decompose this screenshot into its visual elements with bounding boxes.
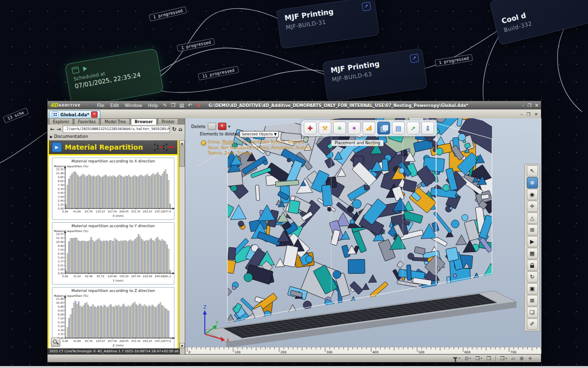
rotate-tool[interactable]: ↻ xyxy=(527,271,538,283)
open-folder-icon[interactable]: ❐ xyxy=(171,103,175,108)
external-link-icon[interactable]: ↗ xyxy=(362,2,371,11)
panel-tab-browser[interactable]: Browser xyxy=(131,118,157,125)
selection-tool-sidebar: ↖⊗◉✛△⊞▶▦↻▣⊠❏✐ xyxy=(524,164,540,331)
region-tool[interactable]: ▣ xyxy=(527,283,538,294)
svg-text:300: 300 xyxy=(326,350,332,354)
mdi-restore-button[interactable]: ❐ xyxy=(526,112,530,117)
menu-file[interactable]: File xyxy=(97,103,104,108)
zoom-button[interactable]: ⊕ xyxy=(519,356,523,361)
titlebar[interactable]: 4D ADDITIVE FileEditWindowHelp ✎❐▤↶⊠ G:\… xyxy=(48,101,541,109)
back-button[interactable]: ← xyxy=(50,127,54,132)
mdi-minimize-button[interactable]: – xyxy=(520,112,523,117)
cancel-delete-button[interactable]: ✕ xyxy=(218,123,226,130)
tab-close-button[interactable]: ✕ xyxy=(91,111,98,118)
forward-button[interactable]: → xyxy=(56,127,61,132)
scroll-thumb[interactable] xyxy=(179,146,185,167)
clip-plane-button[interactable]: ▱ xyxy=(512,356,515,361)
external-link-icon[interactable]: ↗ xyxy=(410,53,419,63)
app-logo-additive: ADDITIVE xyxy=(58,104,80,107)
delete-region-tool[interactable]: ⊠ xyxy=(527,295,538,306)
refresh-button[interactable]: ↻ xyxy=(172,127,176,132)
document-tab[interactable]: Global.4da* ✕ xyxy=(49,110,100,118)
box-select-tool-icon: ⊞ xyxy=(530,227,534,233)
minimize-button[interactable]: – xyxy=(522,103,524,108)
visibility-button[interactable]: ⊙▾ xyxy=(465,356,471,361)
multi-select-tool[interactable]: ▦ xyxy=(527,248,538,259)
play-box-tool-icon: ▶ xyxy=(530,238,534,245)
scroll-down-button[interactable]: ▼ xyxy=(179,343,185,348)
browser-page: ▶ Material Repartition Material repartit… xyxy=(48,140,179,348)
pen-icon[interactable]: ✎ xyxy=(163,103,167,108)
panel-tab-printer[interactable]: Printer xyxy=(158,118,179,125)
panel-tab-explorer[interactable]: Explorer xyxy=(49,118,73,125)
annotate-tool[interactable]: ✐ xyxy=(527,318,538,330)
left-panel: ExplorerFavoritesModel TreeBrowserPrinte… xyxy=(48,118,185,354)
point-select-tool[interactable]: ◉ xyxy=(527,189,538,200)
slicer-list-button[interactable]: ▤ xyxy=(392,122,405,134)
measure-tool-button[interactable]: ↨ xyxy=(421,122,434,134)
chart-plot: Material repartition (%)11.8810.939.989.… xyxy=(52,293,175,348)
wrench-tool-button[interactable]: ⚒ xyxy=(318,122,331,134)
svg-text:124.96: 124.96 xyxy=(108,275,117,278)
viewport-ruler: 0100200300400500600700 xyxy=(185,347,541,354)
home-button[interactable]: ⌂ xyxy=(178,127,182,132)
url-field[interactable]: .7/work/20251008132512285303664/u_halter… xyxy=(63,126,170,133)
multi-select-tool-icon: ▦ xyxy=(530,250,535,257)
shading-mode-button[interactable]: ❒▾ xyxy=(475,356,482,361)
box-select-tool[interactable]: ⊞ xyxy=(527,224,538,236)
support-star-button-icon: ✳ xyxy=(337,125,343,132)
svg-text:Z (mm): Z (mm) xyxy=(113,343,123,347)
scroll-up-button[interactable]: ▲ xyxy=(179,140,185,146)
svg-text:600: 600 xyxy=(465,350,470,354)
svg-text:293.23: 293.23 xyxy=(143,340,152,342)
repair-tool-button-icon: ✚ xyxy=(308,125,313,132)
texture-star-button[interactable]: ✴ xyxy=(348,122,361,134)
delete-options-caret[interactable]: ▼ xyxy=(228,125,231,128)
render-mode-button[interactable]: ❐ xyxy=(487,356,491,361)
panel-tab-model-tree[interactable]: Model Tree xyxy=(100,118,129,125)
cursor-select-tool[interactable]: ↖ xyxy=(527,165,538,177)
magnifier-button[interactable] xyxy=(51,338,60,347)
support-star-button[interactable]: ✳ xyxy=(333,122,346,134)
svg-text:249.92: 249.92 xyxy=(155,275,164,278)
copy-view-tool[interactable]: ❏ xyxy=(527,307,538,318)
menu-help[interactable]: Help xyxy=(148,103,158,108)
play-box-tool[interactable]: ▶ xyxy=(527,236,538,247)
menu-edit[interactable]: Edit xyxy=(110,103,119,108)
zoom-button-icon: ⊕ xyxy=(519,356,523,361)
elements-dropdown[interactable]: Selected Objects ▼ xyxy=(240,131,278,137)
svg-text:209.45: 209.45 xyxy=(120,340,129,342)
svg-text:3.35: 3.35 xyxy=(58,333,64,336)
undo-icon[interactable]: ↶ xyxy=(188,103,192,108)
restore-button[interactable]: ❐ xyxy=(527,103,531,108)
svg-text:9.98: 9.98 xyxy=(58,305,64,308)
copy-icon xyxy=(381,125,387,131)
toolbar-tooltip: Placement and Nesting xyxy=(331,140,384,146)
copy-view-tool-icon: ❏ xyxy=(530,309,535,315)
page-header-icon: ▶ xyxy=(52,142,62,152)
export-tool-button[interactable]: ➚ xyxy=(407,122,419,134)
deselect-tool[interactable]: ⊗ xyxy=(527,177,538,188)
cube-view-button[interactable]: ❒▾ xyxy=(500,356,507,361)
save-icon[interactable]: ▤ xyxy=(179,103,184,108)
move-tool[interactable]: ✛ xyxy=(527,201,538,212)
svg-text:0.00: 0.00 xyxy=(62,275,69,278)
analysis-bars-button[interactable] xyxy=(363,122,375,134)
slicer-list-button-icon: ▤ xyxy=(395,125,401,132)
panel-tab-favorites[interactable]: Favorites xyxy=(74,118,99,125)
repair-tool-button[interactable]: ✚ xyxy=(304,122,317,134)
close-button[interactable]: ✕ xyxy=(535,103,539,108)
mdi-close-button[interactable]: ✕ xyxy=(534,112,538,117)
legend-text: Group, xyxy=(208,140,222,144)
svg-text:5.24: 5.24 xyxy=(58,325,64,328)
confirm-delete-button[interactable]: ✓ xyxy=(208,123,216,130)
lock-tool[interactable] xyxy=(527,260,538,271)
menu-window[interactable]: Window xyxy=(125,103,143,108)
3d-viewport[interactable]: ZXY 0100200300400500600700 Delete ✓ ✕ ▼ … xyxy=(185,118,541,354)
svg-text:125.67: 125.67 xyxy=(96,340,105,342)
pan-button[interactable]: ✛ xyxy=(528,356,532,361)
placement-nesting-button[interactable] xyxy=(377,122,390,134)
filter-view-button[interactable]: ▾ xyxy=(453,357,460,360)
triangle-select-tool[interactable]: △ xyxy=(527,212,538,224)
svg-text:7.54: 7.54 xyxy=(58,248,64,251)
